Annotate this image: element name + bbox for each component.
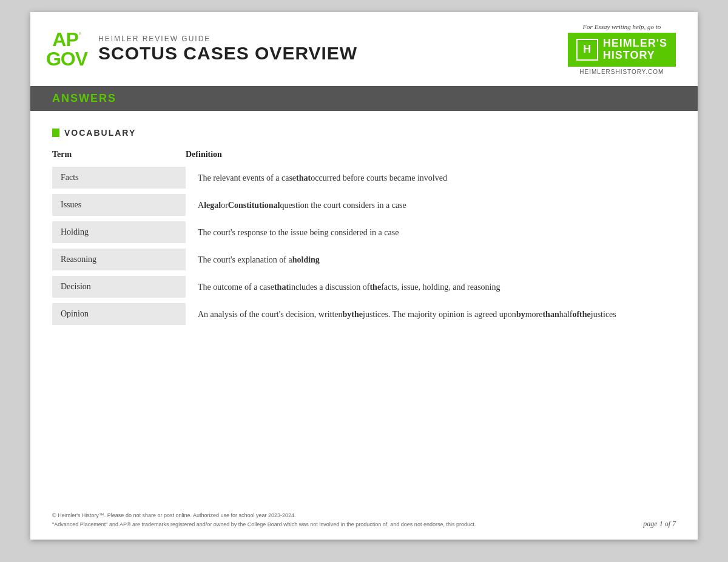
footer-page-info: page 1 of 7 (643, 520, 676, 529)
term-holding: Holding (52, 221, 186, 243)
def-reasoning: The court's explanation of a holding (186, 249, 676, 271)
section-header-vocabulary: VOCABULARY (52, 128, 676, 138)
copyright-line2: "Advanced Placement" and AP® are tradema… (52, 520, 476, 529)
col-header-term: Term (52, 150, 186, 159)
heimler-name-line1: HEIMLER'S (603, 38, 667, 50)
table-row: Decision The outcome of a case that incl… (52, 276, 676, 298)
term-opinion: Opinion (52, 303, 186, 325)
table-row: Reasoning The court's explanation of a h… (52, 249, 676, 271)
heimler-box: H HEIMLER'S HISTORY (568, 33, 676, 67)
review-guide-label: HEIMLER REVIEW GUIDE (98, 35, 357, 43)
table-row: Opinion An analysis of the court's decis… (52, 303, 676, 326)
ap-circle: ° (79, 32, 81, 38)
col-header-def: Definition (186, 150, 676, 159)
def-issues: A legal or Constitutional question the c… (186, 194, 676, 216)
ap-logo: AP° GOV (45, 27, 89, 71)
heimler-name-line2: HISTORY (603, 50, 667, 62)
heimler-url: HEIMLERSHISTORY.COM (579, 69, 664, 75)
header-right: For Essay writing help, go to H HEIMLER'… (568, 23, 676, 75)
heimler-name: HEIMLER'S HISTORY (603, 38, 667, 62)
ap-text: AP (52, 30, 78, 49)
content: VOCABULARY Term Definition Facts The rel… (30, 128, 698, 326)
header: AP° GOV HEIMLER REVIEW GUIDE SCOTUS CASE… (30, 12, 698, 86)
term-issues: Issues (52, 194, 186, 216)
term-reasoning: Reasoning (52, 249, 186, 270)
table-row: Facts The relevant events of a case that… (52, 167, 676, 189)
page: AP° GOV HEIMLER REVIEW GUIDE SCOTUS CASE… (30, 12, 698, 540)
def-decision: The outcome of a case that includes a di… (186, 276, 676, 298)
essay-help-text: For Essay writing help, go to (582, 23, 661, 30)
term-facts: Facts (52, 167, 186, 189)
def-holding: The court's response to the issue being … (186, 221, 676, 244)
vocabulary-table: Term Definition Facts The relevant event… (52, 150, 676, 326)
header-title-block: HEIMLER REVIEW GUIDE SCOTUS CASES OVERVI… (98, 35, 357, 63)
header-left: AP° GOV HEIMLER REVIEW GUIDE SCOTUS CASE… (45, 27, 357, 71)
term-decision: Decision (52, 276, 186, 298)
heimler-icon: H (576, 39, 598, 61)
column-header-row: Term Definition (52, 150, 676, 162)
def-facts: The relevant events of a case that occur… (186, 167, 676, 189)
table-row: Issues A legal or Constitutional questio… (52, 194, 676, 216)
section-marker (52, 129, 59, 137)
table-row: Holding The court's response to the issu… (52, 221, 676, 244)
section-title-vocabulary: VOCABULARY (64, 128, 136, 138)
ap-gov: GOV (46, 49, 87, 69)
def-opinion: An analysis of the court's decision, wri… (186, 303, 676, 326)
footer-copyright: © Heimler's History™. Please do not shar… (52, 511, 476, 529)
answers-label: ANSWERS (52, 92, 116, 104)
copyright-line1: © Heimler's History™. Please do not shar… (52, 511, 476, 520)
heimler-icon-inner: H (583, 43, 591, 56)
answers-bar: ANSWERS (30, 86, 698, 111)
footer: © Heimler's History™. Please do not shar… (52, 511, 676, 529)
page-title: SCOTUS CASES OVERVIEW (98, 43, 357, 63)
